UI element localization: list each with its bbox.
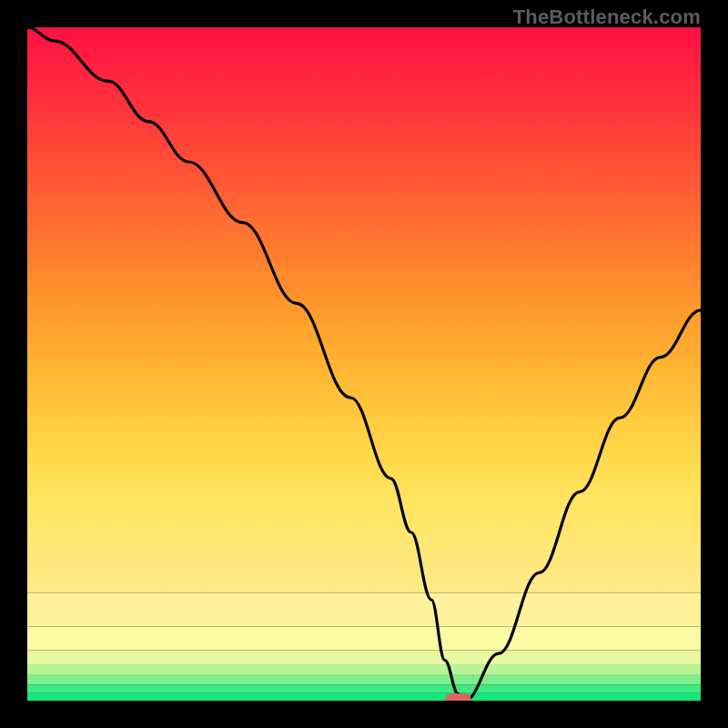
optimal-marker (446, 693, 471, 701)
color-band (27, 593, 701, 627)
color-band (27, 675, 701, 684)
color-band (27, 651, 701, 665)
color-band (27, 664, 701, 675)
color-band (27, 684, 701, 693)
plot-area (27, 27, 701, 701)
chart-container: TheBottleneck.com (0, 0, 728, 728)
color-band (27, 27, 701, 593)
watermark-text: TheBottleneck.com (513, 5, 701, 29)
color-band (27, 627, 701, 651)
color-band (27, 693, 701, 701)
bottleneck-chart-svg (27, 27, 701, 701)
